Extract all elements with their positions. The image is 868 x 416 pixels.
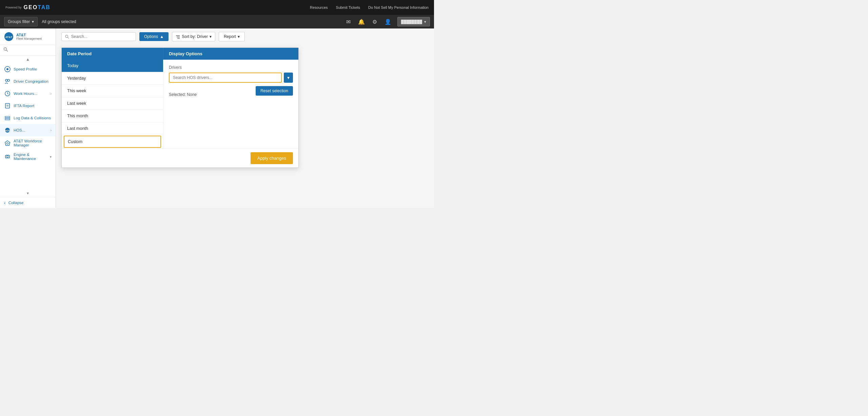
options-button[interactable]: Options ▲ [139, 32, 169, 41]
sidebar-search-area [0, 45, 56, 56]
user-icon-button[interactable]: 👤 [383, 17, 393, 26]
sidebar-item-hos[interactable]: HOS HOS... › [0, 124, 56, 136]
date-item-this-week[interactable]: This week [62, 85, 163, 97]
do-not-sell-link[interactable]: Do Not Sell My Personal Information [368, 5, 429, 9]
sidebar-collapse-button[interactable]: ‹ Collapse [0, 197, 56, 208]
sidebar-item-driver-congregation[interactable]: Driver Congregation [0, 75, 56, 87]
speed-profile-icon [4, 66, 11, 73]
drivers-label: Drivers [169, 65, 293, 70]
speed-profile-label: Speed Profile [14, 67, 52, 71]
sort-chevron-icon: ▾ [210, 34, 212, 39]
collapse-label: Collapse [8, 201, 24, 205]
engine-maintenance-chevron-icon: ▾ [50, 155, 52, 159]
geotab-logo: GEOTAB [24, 4, 51, 11]
att-workforce-label: AT&T Workforce Manager [14, 139, 52, 147]
svg-point-21 [7, 156, 8, 158]
gear-icon-button[interactable]: ⚙ [371, 17, 378, 26]
driver-congregation-label: Driver Congregation [14, 79, 52, 83]
dropdown-header: Date Period Display Options [62, 48, 298, 60]
date-item-last-month[interactable]: Last month [62, 122, 163, 135]
sidebar-item-ifta-report[interactable]: IFTA Report [0, 100, 56, 112]
groups-filter-chevron-icon: ▾ [32, 19, 34, 24]
svg-line-3 [6, 50, 8, 52]
svg-line-10 [7, 94, 8, 94]
hos-icon: HOS [4, 127, 11, 134]
svg-rect-16 [5, 119, 10, 120]
sort-icon [176, 35, 180, 39]
search-icon [3, 47, 8, 52]
sidebar-items: Speed Profile Driver Congregation [0, 63, 56, 190]
top-nav-links: Resources Submit Tickets Do Not Sell My … [310, 5, 429, 9]
sort-label: Sort by: Driver [182, 34, 208, 39]
scroll-down-button[interactable]: ▾ [0, 190, 56, 197]
submit-tickets-link[interactable]: Submit Tickets [336, 5, 360, 9]
sidebar-logo: AT&T AT&T Fleet Management [0, 28, 56, 45]
user-chevron-icon: ▾ [424, 20, 426, 24]
dropdown-footer: Apply changes [62, 148, 298, 167]
date-item-this-month[interactable]: This month [62, 110, 163, 122]
search-icon [65, 35, 69, 39]
apply-changes-button[interactable]: Apply changes [251, 152, 293, 164]
reset-selection-button[interactable]: Reset selection [256, 86, 293, 96]
date-period-column: Today Yesterday This week Last week This… [62, 60, 163, 148]
sidebar-item-att-workforce[interactable]: AT&T Workforce Manager [0, 136, 56, 150]
svg-point-5 [6, 68, 8, 70]
user-name-text: ████████ [401, 20, 422, 24]
sidebar-item-work-hours[interactable]: Work Hours... › [0, 87, 56, 100]
drivers-dropdown-button[interactable]: ▾ [284, 73, 293, 83]
sidebar-item-engine-maintenance[interactable]: Engine & Maintenance ▾ [0, 150, 56, 163]
report-button[interactable]: Report ▾ [219, 32, 245, 41]
logo-area: Powered by GEOTAB [5, 4, 51, 11]
svg-point-7 [7, 79, 9, 81]
svg-point-6 [5, 79, 7, 81]
display-options-column: Drivers ▾ Reset selection Selected: None [163, 60, 298, 148]
date-item-today[interactable]: Today [62, 60, 163, 72]
brand-name-text: AT&T [16, 33, 42, 37]
options-label: Options [144, 34, 158, 39]
drivers-search-wrapper: ▾ [169, 73, 293, 83]
date-item-yesterday[interactable]: Yesterday [62, 72, 163, 85]
sidebar-item-speed-profile[interactable]: Speed Profile [0, 63, 56, 75]
mail-icon-button[interactable]: ✉ [345, 17, 352, 26]
content-area: Options ▲ Sort by: Driver ▾ Report ▾ HOS… [56, 28, 434, 208]
svg-line-25 [67, 37, 69, 38]
ifta-report-icon [4, 102, 11, 109]
sidebar-brand: AT&T Fleet Management [16, 33, 42, 40]
log-data-label: Log Data & Collisions [14, 116, 52, 120]
powered-by-text: Powered by [5, 6, 22, 9]
user-dropdown-button[interactable]: ████████ ▾ [397, 17, 430, 26]
sort-button[interactable]: Sort by: Driver ▾ [172, 32, 215, 41]
drivers-search-input[interactable] [169, 73, 282, 83]
svg-point-2 [4, 48, 7, 51]
engine-maintenance-label: Engine & Maintenance [14, 153, 47, 161]
groups-filter-label: Groups filter [8, 19, 30, 24]
att-workforce-icon [4, 140, 11, 146]
scroll-up-button[interactable]: ▲ [0, 56, 56, 63]
search-input[interactable] [71, 34, 132, 39]
ifta-report-label: IFTA Report [14, 104, 52, 108]
svg-point-19 [7, 143, 8, 144]
groups-filter-button[interactable]: Groups filter ▾ [4, 17, 38, 26]
date-item-custom[interactable]: Custom [64, 136, 161, 148]
work-hours-label: Work Hours... [14, 92, 48, 96]
display-options-header: Display Options [163, 48, 298, 60]
collapse-arrow-icon: ‹ [4, 200, 6, 205]
content-header: Options ▲ Sort by: Driver ▾ Report ▾ [56, 28, 434, 45]
brand-sub-text: Fleet Management [16, 37, 42, 40]
bell-icon-button[interactable]: 🔔 [357, 17, 366, 26]
log-data-icon [4, 115, 11, 121]
svg-rect-11 [5, 103, 9, 108]
hos-label: HOS... [14, 128, 48, 132]
att-logo-icon: AT&T [4, 32, 14, 41]
sidebar-item-log-data[interactable]: Log Data & Collisions [0, 112, 56, 124]
svg-point-24 [65, 35, 68, 37]
svg-text:HOS: HOS [5, 130, 10, 132]
hos-chevron-icon: › [51, 128, 52, 132]
date-period-header: Date Period [62, 48, 163, 60]
date-item-last-week[interactable]: Last week [62, 97, 163, 110]
resources-link[interactable]: Resources [310, 5, 328, 9]
report-label: Report [224, 34, 236, 39]
report-chevron-icon: ▾ [238, 34, 240, 39]
groups-bar-right: ✉ 🔔 ⚙ 👤 ████████ ▾ [345, 17, 430, 26]
driver-congregation-icon [4, 78, 11, 85]
